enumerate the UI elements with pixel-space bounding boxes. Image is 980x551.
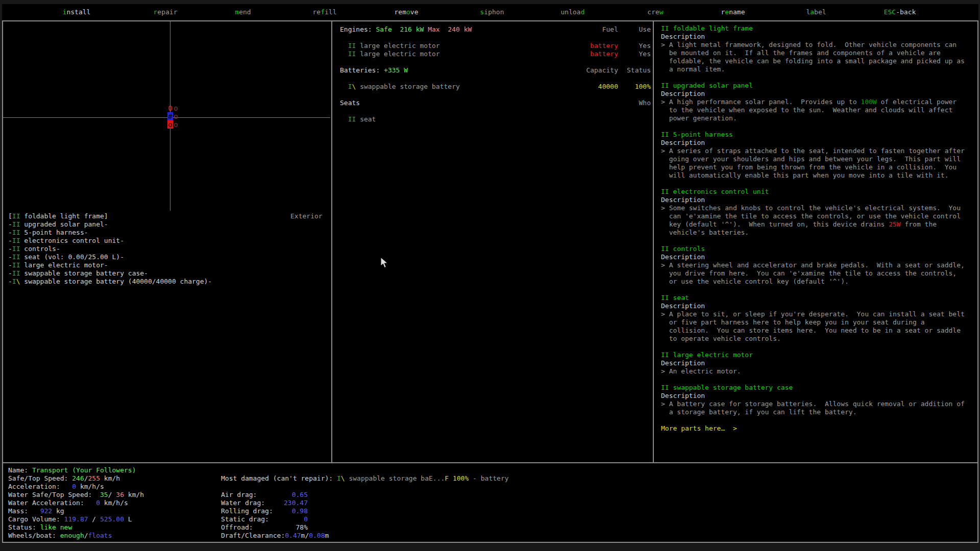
part-list-row[interactable]: -II upgraded solar panel- (8, 220, 212, 229)
vehicle-tile[interactable]: o (167, 120, 173, 129)
exterior-label: Exterior (290, 212, 323, 220)
text-segment: rem (395, 8, 406, 16)
text-segment: / (108, 491, 116, 498)
text-segment: II (12, 261, 20, 269)
text-segment: a storage battery, if you can lift the b… (661, 408, 857, 416)
text-segment: - battery (469, 474, 508, 482)
part-list-row[interactable]: [II foldable light frame] (8, 212, 212, 220)
text-segment: swappable storage baE... (345, 474, 445, 482)
vehicle-action-menu: installrepairmendrefillremovesiphonunloa… (2, 6, 980, 20)
engine-row-col-b: Yes (639, 50, 651, 58)
text-segment: will automatically enable this part when… (661, 171, 949, 179)
part-description-section: II 5-point harnessDescription> A series … (661, 131, 973, 180)
engines-header-col-b: Use (639, 26, 651, 34)
drag-stat-label: Offroad: (221, 523, 253, 532)
menu-item-esc-back[interactable]: ESC-back (884, 8, 916, 16)
text-segment: from the (901, 220, 937, 228)
vehicle-tile[interactable]: o (173, 104, 179, 112)
part-list-row[interactable]: -II 5-point harness- (8, 229, 212, 237)
drag-stat-row: Air drag:0.65 (221, 491, 308, 499)
description-line: > Some switches and knobs to control the… (661, 204, 973, 212)
text-segment: 5-point harness- (20, 229, 88, 236)
description-line: to the vehicle when exposed to the sun. … (661, 106, 973, 114)
part-list-row[interactable]: -II electronics control unit- (8, 237, 212, 245)
text-segment: II (12, 253, 20, 261)
menu-item-rename[interactable]: rename (721, 8, 745, 16)
text-segment: 0 (96, 499, 100, 507)
part-list-row[interactable]: -I\ swappable storage battery (40000/400… (8, 278, 212, 286)
menu-item-crew[interactable]: crew (647, 8, 663, 16)
drag-stat-label: Static drag: (221, 515, 269, 523)
divider-mid-right (653, 20, 654, 463)
more-parts-link[interactable]: More parts here… > (661, 424, 973, 433)
most-damaged-row: Most damaged (can't repair): I\ swappabl… (221, 474, 509, 483)
game-window: installrepairmendrefillremovesiphonunloa… (2, 4, 978, 543)
menu-item-label[interactable]: label (806, 8, 826, 16)
part-title: II foldable light frame (661, 24, 973, 33)
engine-row-col-a: battery (590, 50, 618, 58)
menu-item-mend[interactable]: mend (235, 8, 251, 16)
vehicle-map-panel: 0o#ooo [II foldable light frame]-II upgr… (3, 21, 331, 462)
menu-item-install[interactable]: install (63, 8, 91, 16)
engine-row-col-a: battery (590, 42, 618, 50)
text-segment: Mass: (8, 507, 40, 515)
text-segment: a normal item. (661, 65, 725, 73)
text-segment: r (154, 8, 158, 16)
text-segment: 216 kW (392, 26, 424, 33)
text-segment: - (8, 261, 12, 269)
description-label: Description (661, 196, 973, 204)
batteries-header-col-a: Capacity (586, 66, 618, 74)
part-list-row[interactable]: -II swappable storage battery case- (8, 269, 212, 278)
part-list-row[interactable]: -II seat (vol: 0.00/25.00 L)- (8, 253, 212, 261)
text-segment: of electrical power (877, 98, 957, 106)
text-segment: / (84, 532, 88, 539)
vehicle-interact-screen: installrepairmendrefillremovesiphonunloa… (0, 0, 980, 551)
description-line: foldable, the vehicle can be folding int… (661, 57, 973, 65)
vehicle-tile[interactable]: # (167, 112, 173, 120)
seat-row[interactable]: II seat (340, 115, 651, 123)
stat-row: Water Acceleration: 0 km/h/s (8, 499, 144, 507)
description-label: Description (661, 253, 973, 261)
vehicle-tile[interactable]: 0 (167, 104, 173, 112)
text-segment: km/h/s (100, 499, 128, 507)
description-line: help prevent you from being thrown from … (661, 163, 973, 171)
description-line: you drive from here. You can 'e'xamine t… (661, 269, 973, 278)
description-line: will automatically enable this part when… (661, 171, 973, 180)
part-description-section: II swappable storage battery caseDescrip… (661, 384, 973, 416)
engines-header: Engines: Safe 216 kW Max 240 kWFuelUse (340, 26, 651, 34)
text-segment: s (480, 8, 484, 16)
part-list-row[interactable]: -II controls- (8, 245, 212, 253)
text-segment: > A place to sit, or sleep if you're des… (661, 310, 965, 318)
text-segment: [ (8, 212, 12, 220)
text-segment: ill (325, 8, 336, 16)
menu-item-unload[interactable]: unload (561, 8, 585, 16)
seats-header-col-b: Who (639, 99, 651, 107)
text-segment: power generation. (661, 114, 737, 122)
engine-row[interactable]: batteryYesII large electric motor (340, 42, 651, 50)
text-segment: 25W (889, 220, 900, 228)
text-segment (340, 115, 348, 123)
engine-row[interactable]: batteryYesII large electric motor (340, 50, 651, 58)
description-line: to operate vehicle controls. (661, 335, 973, 343)
batteries-header: Batteries: +335 WCapacityStatus (340, 66, 651, 74)
description-label: Description (661, 139, 973, 147)
battery-row[interactable]: 40000100%I\ swappable storage battery (340, 83, 651, 91)
vehicle-tile[interactable]: o (173, 112, 179, 120)
text-segment: II (12, 237, 20, 244)
menu-item-remove[interactable]: remove (395, 8, 419, 16)
text-segment: m (325, 532, 329, 539)
text-segment: II (12, 212, 20, 220)
text-segment: Water Acceleration: (8, 499, 96, 507)
part-list-row[interactable]: -II large electric motor- (8, 261, 212, 269)
text-segment: II (12, 245, 20, 253)
divider-left-mid (331, 20, 332, 463)
menu-item-refill[interactable]: refill (313, 8, 337, 16)
vehicle-tile[interactable]: o (173, 120, 179, 129)
text-segment: II (12, 269, 20, 277)
part-title: II controls (661, 245, 973, 253)
text-segment: 525.00 (100, 515, 124, 523)
menu-item-siphon[interactable]: siphon (480, 8, 504, 16)
menu-item-repair[interactable]: repair (154, 8, 178, 16)
stats-left-column: Name: Transport (Your Followers)Safe/Top… (8, 466, 144, 540)
stat-row: Water Safe/Top Speed: 35/ 36 km/h (8, 491, 144, 499)
